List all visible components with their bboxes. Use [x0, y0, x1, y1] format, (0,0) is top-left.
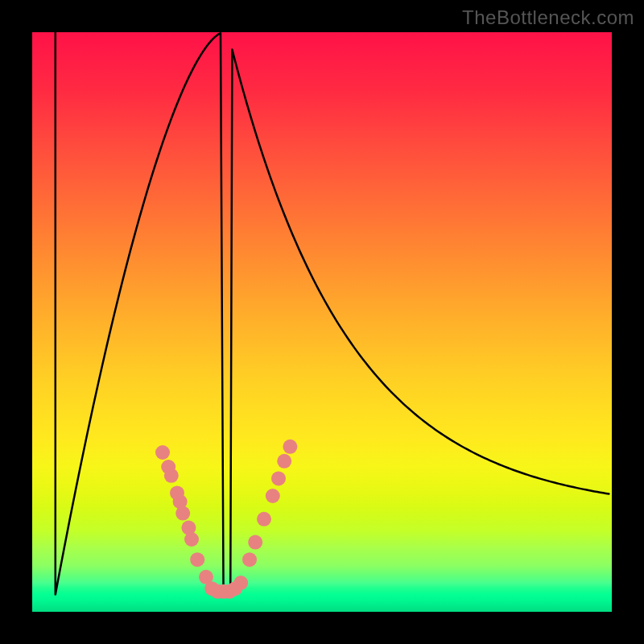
- curve-canvas: [32, 32, 612, 612]
- chart-container: TheBottleneck.com: [0, 0, 644, 644]
- watermark-text: TheBottleneck.com: [462, 6, 634, 29]
